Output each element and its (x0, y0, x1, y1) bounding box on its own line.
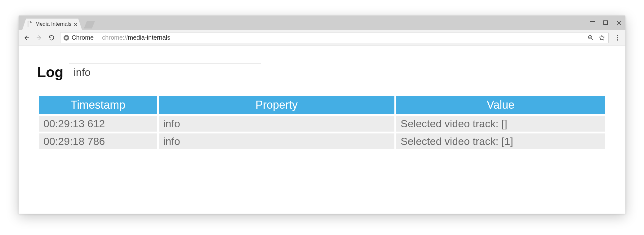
cell-timestamp: 00:29:13 612 (39, 116, 157, 132)
browser-window: Media Internals (19, 15, 625, 214)
forward-button[interactable] (35, 34, 43, 41)
address-bar[interactable]: Chrome chrome://media-internals (60, 32, 609, 43)
log-filter-input[interactable] (69, 63, 261, 81)
origin-chip: Chrome (64, 34, 98, 41)
reload-button[interactable] (48, 34, 55, 41)
table-row: 00:29:13 612 info Selected video track: … (39, 116, 605, 132)
col-value: Value (396, 96, 605, 114)
cell-property: info (159, 116, 394, 132)
tab-strip: Media Internals (19, 15, 625, 30)
table-header-row: Timestamp Property Value (39, 96, 605, 114)
zoom-icon[interactable] (587, 34, 594, 41)
kebab-menu-icon (615, 35, 620, 41)
minimize-icon[interactable] (589, 20, 596, 26)
window-controls (589, 15, 622, 30)
chrome-icon (64, 35, 69, 41)
page-title: Log (37, 64, 63, 81)
table-row: 00:29:18 786 info Selected video track: … (39, 133, 605, 149)
page-icon (27, 21, 32, 27)
origin-label: Chrome (72, 34, 94, 41)
url-scheme: chrome:// (102, 34, 128, 41)
tab-title: Media Internals (35, 21, 71, 27)
new-tab-button[interactable] (84, 21, 95, 28)
menu-button[interactable] (614, 34, 621, 41)
window-close-icon[interactable] (615, 20, 622, 26)
url-text: chrome://media-internals (102, 34, 170, 41)
cell-property: info (159, 133, 394, 149)
maximize-icon[interactable] (602, 20, 609, 26)
browser-toolbar: Chrome chrome://media-internals (19, 30, 625, 46)
log-table: Timestamp Property Value 00:29:13 612 in… (37, 94, 607, 151)
log-header: Log (37, 63, 607, 81)
cell-value: Selected video track: [] (396, 116, 605, 132)
back-button[interactable] (23, 34, 30, 41)
col-property: Property (159, 96, 394, 114)
col-timestamp: Timestamp (39, 96, 157, 114)
browser-tab[interactable]: Media Internals (22, 19, 82, 30)
url-path: media-internals (128, 34, 171, 41)
close-tab-icon[interactable] (74, 22, 78, 26)
bookmark-star-icon[interactable] (598, 34, 605, 41)
cell-timestamp: 00:29:18 786 (39, 133, 157, 149)
page-content: Log Timestamp Property Value 00:29:13 61… (19, 46, 625, 214)
cell-value: Selected video track: [1] (396, 133, 605, 149)
